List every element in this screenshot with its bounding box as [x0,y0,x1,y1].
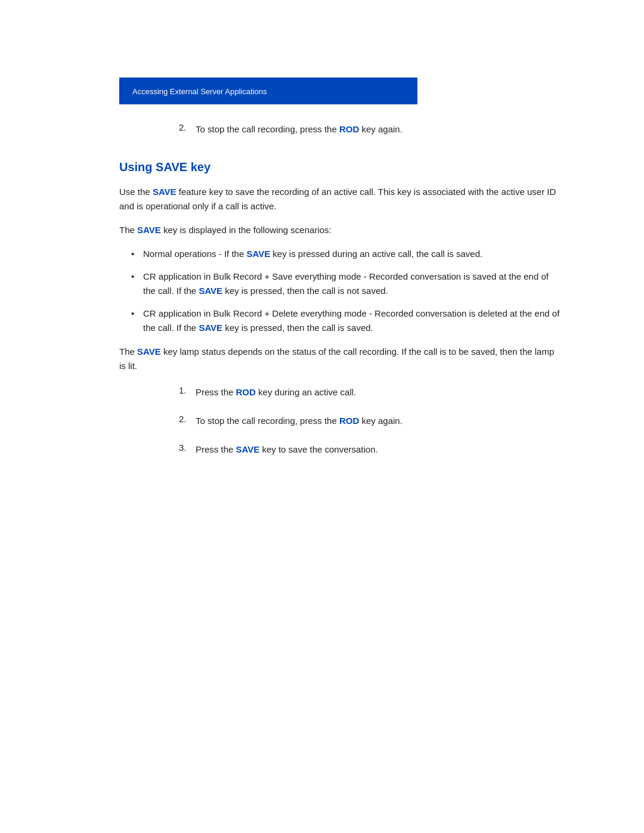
para1: Use the SAVE feature key to save the rec… [119,185,561,213]
step-3: 3. Press the SAVE key to save the conver… [119,442,561,457]
para2: The SAVE key is displayed in the followi… [119,223,561,237]
step2-number: 2. [179,414,196,428]
bullet3-bold: SAVE [199,323,222,333]
step1-before: Press the [196,387,236,397]
para1-after: feature key to save the recording of an … [119,187,556,211]
intro-step-text-before: To stop the call recording, press the [196,124,339,134]
content-area: 2. To stop the call recording, press the… [119,122,561,457]
bullet-list: Normal operations - If the SAVE key is p… [131,247,561,335]
step2-after: key again. [359,416,402,426]
bullet1-after: key is pressed during an active call, th… [270,249,482,259]
step3-bold: SAVE [236,444,260,454]
step1-content: Press the ROD key during an active call. [196,385,356,400]
ordered-steps: 1. Press the ROD key during an active ca… [119,385,561,457]
bullet2-bold: SAVE [199,286,222,296]
intro-step-bold: ROD [339,124,359,134]
intro-step-2: 2. To stop the call recording, press the… [119,122,561,137]
intro-step-text-after: key again. [359,124,402,134]
bullet3-after: key is pressed, then the call is saved. [222,323,373,333]
bullet2-after: key is pressed, then the call is not sav… [222,286,388,296]
para2-after: key is displayed in the following scenar… [161,225,332,235]
step1-number: 1. [179,385,196,400]
bullet1-before: Normal operations - If the [143,249,246,259]
step-1: 1. Press the ROD key during an active ca… [119,385,561,400]
step2-bold: ROD [339,416,359,426]
step2-before: To stop the call recording, press the [196,416,339,426]
bullet-item-3: CR application in Bulk Record + Delete e… [131,306,561,335]
bullet-item-1: Normal operations - If the SAVE key is p… [131,247,561,261]
header-bar: Accessing External Server Applications [119,78,417,104]
para3-after: key lamp status depends on the status of… [119,346,554,371]
step-2: 2. To stop the call recording, press the… [119,414,561,428]
para1-bold: SAVE [153,187,177,197]
step3-after: key to save the conversation. [259,444,377,454]
page-container: Accessing External Server Applications 2… [0,78,644,833]
para2-before: The [119,225,137,235]
bullet-item-2: CR application in Bulk Record + Save eve… [131,270,561,298]
step3-content: Press the SAVE key to save the conversat… [196,442,378,457]
step3-before: Press the [196,444,236,454]
bullet1-bold: SAVE [246,249,270,259]
intro-step-number: 2. [179,122,196,137]
step1-bold: ROD [236,387,256,397]
header-title: Accessing External Server Applications [132,87,267,96]
para3: The SAVE key lamp status depends on the … [119,345,561,373]
para1-before: Use the [119,187,153,197]
intro-step-text: To stop the call recording, press the RO… [196,122,402,137]
step1-after: key during an active call. [256,387,356,397]
para2-bold: SAVE [137,225,161,235]
para3-before: The [119,346,137,357]
para3-bold: SAVE [137,346,161,357]
step2-content: To stop the call recording, press the RO… [196,414,402,428]
section-heading: Using SAVE key [119,160,561,174]
step3-number: 3. [179,442,196,457]
